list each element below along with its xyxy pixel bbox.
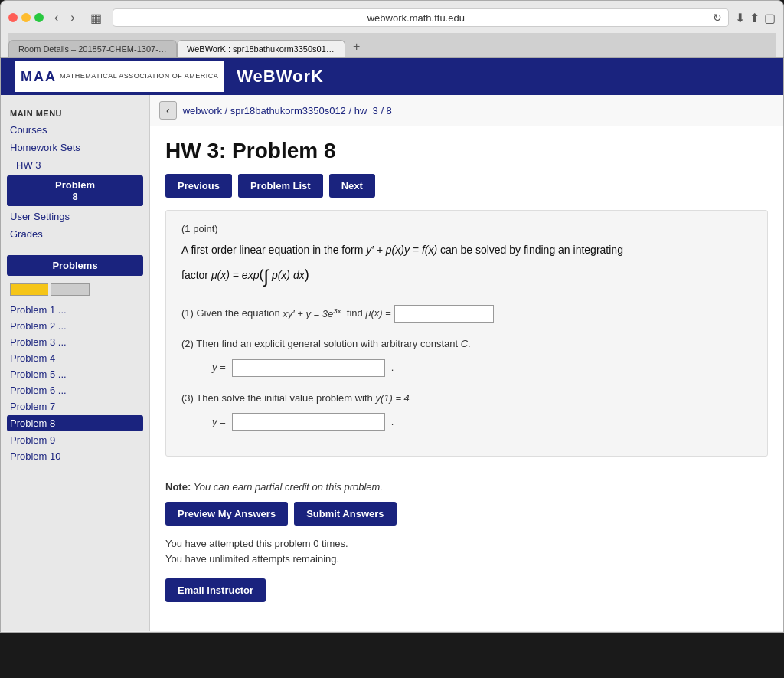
problem-intro: A first order linear equation in the for… <box>181 241 752 293</box>
previous-button[interactable]: Previous <box>165 174 232 198</box>
question-1: (1) Given the equation xy′ + y = 3e3x fi… <box>181 303 752 323</box>
next-button[interactable]: Next <box>329 174 375 198</box>
sidebar-item-problem8[interactable]: Problem 8 <box>7 175 143 206</box>
tab-2[interactable]: WeBWorK : spr18bathukorm3350s012 : HW_3 … <box>177 40 345 57</box>
answer-input-2[interactable] <box>232 359 385 377</box>
sidebar-problem-6[interactable]: Problem 6 ... <box>1 382 149 398</box>
question-2: (2) Then find an explicit general soluti… <box>181 335 752 377</box>
reload-button[interactable]: ↻ <box>713 11 722 24</box>
action-buttons: Preview My Answers Submit Answers <box>165 502 768 526</box>
sidebar-item-homework-sets[interactable]: Homework Sets <box>1 139 149 156</box>
email-instructor-button[interactable]: Email instructor <box>165 578 266 602</box>
sidebar-main-menu-title: MAIN MENU <box>1 103 149 121</box>
problem-title: HW 3: Problem 8 <box>165 139 768 163</box>
download-button[interactable]: ⬇ <box>735 11 745 25</box>
share-button[interactable]: ⬆ <box>750 11 760 25</box>
tab-overview-button[interactable]: ▢ <box>764 11 776 25</box>
sidebar-problem-7[interactable]: Problem 7 <box>1 398 149 414</box>
submit-answers-button[interactable]: Submit Answers <box>294 502 396 526</box>
forward-button[interactable]: › <box>66 9 79 26</box>
url-text: webwork.math.ttu.edu <box>119 12 713 24</box>
sidebar-problem-1[interactable]: Problem 1 ... <box>1 302 149 318</box>
sidebar-problem-8[interactable]: Problem 8 <box>7 415 143 431</box>
maa-logo: MAA <box>21 69 57 85</box>
maa-banner: MAA Mathematical Association of America <box>15 61 224 92</box>
breadcrumb-back-button[interactable]: ‹ <box>159 101 177 120</box>
address-bar[interactable]: webwork.math.ttu.edu ↻ <box>113 8 729 27</box>
preview-answers-button[interactable]: Preview My Answers <box>165 502 288 526</box>
main-content: ‹ webwork / spr18bathukorm3350s012 / hw_… <box>150 95 783 631</box>
problem-box: (1 point) A first order linear equation … <box>165 210 768 457</box>
sidebar-problem-3[interactable]: Problem 3 ... <box>1 334 149 350</box>
sidebar: MAIN MENU Courses Homework Sets HW 3 Pro… <box>1 95 150 631</box>
sidebar-item-courses[interactable]: Courses <box>1 121 149 139</box>
webwork-header: MAA Mathematical Association of America … <box>1 58 783 95</box>
sidebar-item-hw3[interactable]: HW 3 <box>1 156 149 174</box>
window-mode-button[interactable]: ▦ <box>86 9 106 27</box>
sidebar-problem-4[interactable]: Problem 4 <box>1 350 149 366</box>
bottom-area: Note: You can earn partial credit on thi… <box>150 481 783 615</box>
maa-text: Mathematical Association of America <box>60 72 218 81</box>
progress-bar <box>1 280 149 302</box>
question-3: (3) Then solve the initial value problem… <box>181 389 752 431</box>
breadcrumb-path: webwork / spr18bathukorm3350s012 / hw_3 … <box>183 105 392 116</box>
answer-input-1[interactable] <box>394 305 494 323</box>
problems-box: Problems <box>7 255 143 276</box>
new-tab-button[interactable]: + <box>345 36 368 57</box>
note-text: Note: You can earn partial credit on thi… <box>165 481 768 493</box>
problem-nav-buttons: Previous Problem List Next <box>165 174 768 198</box>
webwork-logo: WeBWorK <box>237 67 324 87</box>
problem-area: HW 3: Problem 8 Previous Problem List Ne… <box>150 126 783 481</box>
problem-points: (1 point) <box>181 223 752 234</box>
sidebar-problem-5[interactable]: Problem 5 ... <box>1 366 149 382</box>
sidebar-item-grades[interactable]: Grades <box>1 225 149 243</box>
problem-list-button[interactable]: Problem List <box>238 174 323 198</box>
attempts-text: You have attempted this problem 0 times.… <box>165 536 768 568</box>
breadcrumb: ‹ webwork / spr18bathukorm3350s012 / hw_… <box>150 95 783 126</box>
back-button[interactable]: ‹ <box>50 9 63 26</box>
answer-input-3[interactable] <box>232 413 385 431</box>
sidebar-item-user-settings[interactable]: User Settings <box>1 208 149 225</box>
tab-1[interactable]: Room Details – 201857-CHEM-1307-D71-Prin… <box>8 40 177 57</box>
sidebar-problem-10[interactable]: Problem 10 <box>1 448 149 464</box>
sidebar-problem-9[interactable]: Problem 9 <box>1 432 149 448</box>
sidebar-problem-2[interactable]: Problem 2 ... <box>1 318 149 334</box>
